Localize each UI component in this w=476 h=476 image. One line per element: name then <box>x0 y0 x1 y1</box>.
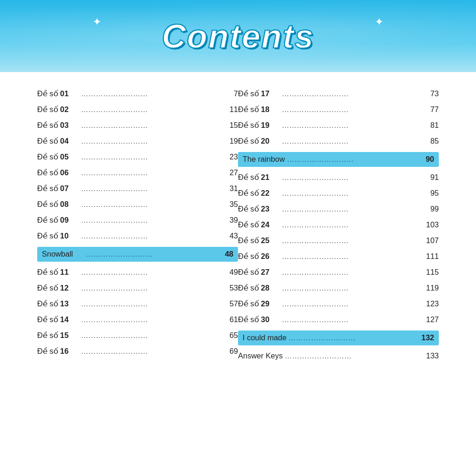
header: ✦ Contents ✦ <box>0 0 476 72</box>
list-item: Đề số 27 ……………………… 115 <box>238 264 439 280</box>
list-item: Đề số 30 ……………………… 127 <box>238 312 439 328</box>
list-item: Đề số 07 ……………………… 31 <box>37 181 238 197</box>
list-item: Đề số 04 ……………………… 19 <box>37 133 238 149</box>
list-item: Đề số 06 ……………………… 27 <box>37 165 238 181</box>
rainbow-highlight: The rainbow ……………………… 90 <box>238 152 439 167</box>
list-item: Đề số 16 ……………………… 69 <box>37 344 238 359</box>
list-item: Đề số 05 ……………………… 23 <box>37 149 238 165</box>
list-item: Đề số 23 ……………………… 99 <box>238 201 439 217</box>
list-item: Đề số 10 ……………………… 43 <box>37 228 238 244</box>
snowball-highlight: Snowball ……………………… 48 <box>37 247 238 262</box>
list-item: Đề số 29 ……………………… 123 <box>238 296 439 312</box>
page-title: Contents <box>162 17 314 55</box>
list-item: Đề số 19 ……………………… 81 <box>238 118 439 133</box>
list-item: Đề số 08 ……………………… 35 <box>37 197 238 212</box>
list-item: Đề số 12 ……………………… 53 <box>37 280 238 296</box>
list-item: Đề số 24 ……………………… 103 <box>238 217 439 233</box>
list-item: Đề số 02 ……………………… 11 <box>37 102 238 118</box>
could-made-highlight: I could made ……………………… 132 <box>238 331 439 345</box>
list-item: Đề số 14 ……………………… 61 <box>37 312 238 328</box>
left-column: Đề số 01 ……………………… 7 Đề số 02 ……………………… … <box>37 86 238 364</box>
list-item: Đề số 17 ……………………… 73 <box>238 86 439 102</box>
list-item: Đề số 20 ……………………… 85 <box>238 133 439 149</box>
sparkle-left-icon: ✦ <box>93 16 101 27</box>
list-item: Đề số 03 ……………………… 15 <box>37 118 238 133</box>
content-area: Đề số 01 ……………………… 7 Đề số 02 ……………………… … <box>0 72 476 373</box>
page: ✦ Contents ✦ Đề số 01 ……………………… 7 Đề số … <box>0 0 476 476</box>
list-item: Đề số 13 ……………………… 57 <box>37 296 238 312</box>
list-item: Đề số 15 ……………………… 65 <box>37 328 238 344</box>
list-item: Đề số 22 ……………………… 95 <box>238 185 439 201</box>
list-item: Đề số 18 ……………………… 77 <box>238 102 439 118</box>
right-column: Đề số 17 ……………………… 73 Đề số 18 ………………………… <box>238 86 439 364</box>
list-item: Đề số 09 ……………………… 39 <box>37 212 238 228</box>
list-item: Đề số 28 ……………………… 119 <box>238 280 439 296</box>
answer-keys-entry: Answer Keys ……………………… 133 <box>238 348 439 364</box>
list-item: Đề số 01 ……………………… 7 <box>37 86 238 102</box>
list-item: Đề số 21 ……………………… 91 <box>238 170 439 185</box>
list-item: Đề số 11 ……………………… 49 <box>37 264 238 280</box>
sparkle-right-icon: ✦ <box>375 16 383 27</box>
list-item: Đề số 25 ……………………… 107 <box>238 233 439 249</box>
list-item: Đề số 26 ……………………… 111 <box>238 249 439 264</box>
